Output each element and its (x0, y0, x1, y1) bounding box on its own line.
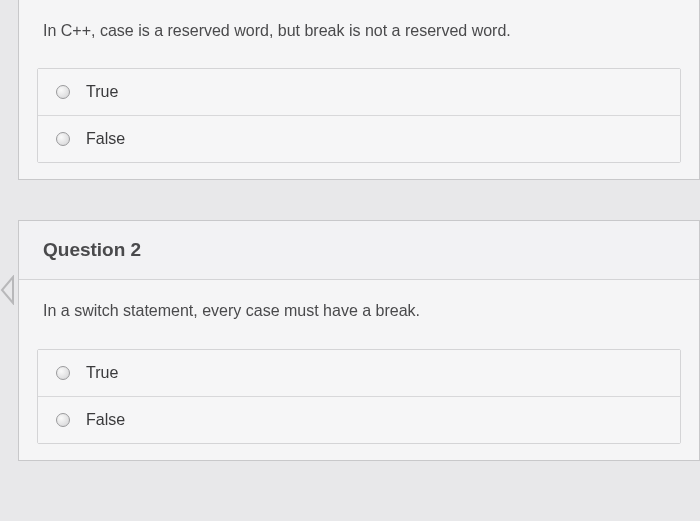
prev-arrow-icon[interactable] (0, 268, 18, 312)
answer-list: True False (37, 68, 681, 163)
radio-icon (56, 366, 70, 380)
question-block-1: In C++, case is a reserved word, but bre… (18, 0, 700, 180)
radio-icon (56, 413, 70, 427)
answer-label: True (86, 83, 118, 101)
answer-option-true[interactable]: True (38, 350, 680, 397)
answer-label: False (86, 411, 125, 429)
radio-icon (56, 132, 70, 146)
radio-icon (56, 85, 70, 99)
answer-list: True False (37, 349, 681, 444)
answer-option-false[interactable]: False (38, 397, 680, 443)
question-title: Question 2 (43, 239, 675, 261)
answer-label: False (86, 130, 125, 148)
answer-label: True (86, 364, 118, 382)
question-prompt: In C++, case is a reserved word, but bre… (19, 0, 699, 68)
question-header: Question 2 (19, 221, 699, 280)
question-prompt: In a switch statement, every case must h… (19, 280, 699, 348)
answer-option-false[interactable]: False (38, 116, 680, 162)
answer-option-true[interactable]: True (38, 69, 680, 116)
question-block-2: Question 2 In a switch statement, every … (18, 220, 700, 460)
